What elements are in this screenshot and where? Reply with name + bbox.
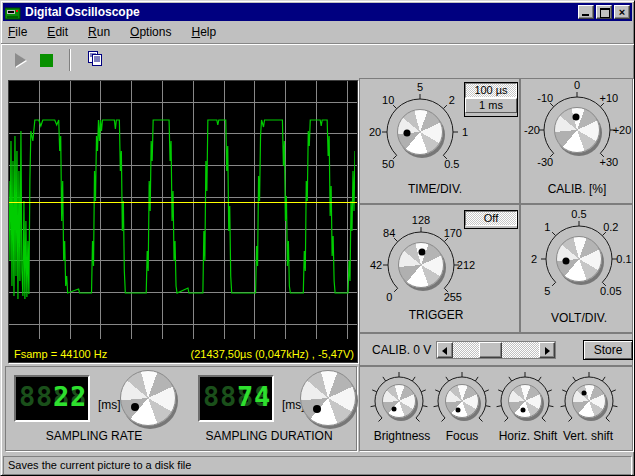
knob-scale-label: 2 [531,253,537,265]
led-digit: 87 [237,379,252,414]
right-arrow-icon [545,347,550,355]
knob-scale-label: 20 [369,126,381,138]
knob-face[interactable] [445,384,479,418]
knob-scale-label: +30 [599,156,618,168]
left-arrow-icon [442,347,447,355]
knob-scale-label: 0.1 [616,253,631,265]
knob-indicator-dot [456,407,461,412]
scrollbar-right-button[interactable] [539,342,555,358]
sampling-duration-display: 888784 [198,375,274,422]
menu-edit[interactable]: Edit [47,25,68,39]
vertical-shift-caption: Vert. shift [563,429,613,443]
knob-scale-label: 128 [412,214,430,226]
copy-icon[interactable] [86,50,103,71]
knob-scale-label: 1 [544,221,550,233]
app-window: Digital Oscilloscope × File Edit Run Opt… [0,0,635,476]
trigger-off-button[interactable]: Off [465,211,517,226]
knob-scale-label: 0.2 [603,221,618,233]
knob-face[interactable] [382,384,416,418]
timebase-buttons: 100 µs 1 ms [464,82,518,117]
led-digit: 8 [36,379,51,414]
scope-status-row: Fsamp = 44100 Hz (21437,50µs (0,047kHz) … [14,348,354,360]
toolbar-separator [69,49,70,71]
calib-percent-group: -30-20-100+10+20+30 CALIB. [%] [520,78,633,204]
waveform-trace [9,81,355,341]
knob-scale-label: 0.05 [600,285,621,297]
timediv-caption: TIME/DIV. [408,182,462,196]
trigger-caption: TRIGGER [409,308,464,322]
minimize-icon [582,14,589,16]
knob-face[interactable] [300,370,356,426]
scrollbar-thumb[interactable] [479,342,502,358]
voltdiv-caption: VOLT/DIV. [551,311,607,325]
knob-indicator-dot [131,403,139,411]
sampling-duration-caption: SAMPLING DURATION [205,429,332,443]
timebase-1ms-button[interactable]: 1 ms [465,98,517,113]
timebase-100us-button[interactable]: 100 µs [465,83,517,98]
led-digit: 8 [220,379,235,414]
toolbar [1,44,634,76]
knob-indicator-dot [313,405,321,413]
play-icon[interactable] [15,53,26,67]
led-digit: 8 [19,379,34,414]
knob-scale-label: 1 [462,126,468,138]
knob-face[interactable] [120,370,176,426]
sampling-panel: 888282 [ms] SAMPLING RATE 888784 [ms] SA… [5,366,357,451]
trigger-level-line [9,202,357,203]
knob-scale-label: 0 [574,79,580,91]
knob-scale-label: 5 [417,81,423,93]
app-icon [5,6,21,19]
knob-scale-label: 0 [386,291,392,303]
stop-icon[interactable] [40,54,53,67]
led-digit: 82 [70,379,85,414]
knob-scale-label: 42 [370,259,382,271]
knob-scale-label: 255 [444,291,462,303]
knob-scale-label: -30 [537,156,553,168]
knob-scale-label: 2 [449,94,455,106]
knob-scale-label: 0.5 [444,158,459,170]
close-icon: × [615,6,629,18]
knob-indicator-dot [581,391,586,396]
knob-scale-label: 5 [544,285,550,297]
timediv-group: 5020105210.5 TIME/DIV. 100 µs 1 ms [359,78,520,204]
menu-run[interactable]: Run [88,25,110,39]
knob-indicator-dot [563,257,570,264]
calib-percent-caption: CALIB. [%] [548,182,607,196]
knob-indicator-dot [572,114,579,121]
scope-display[interactable]: Fsamp = 44100 Hz (21437,50µs (0,047kHz) … [8,80,358,363]
trigger-off-container: Off [464,210,518,229]
knob-scale-label: 50 [382,158,394,170]
status-bar: Saves the current picture to a disk file [3,456,632,476]
maximize-button[interactable] [596,5,612,19]
window-title: Digital Oscilloscope [25,5,574,19]
led-digit: 84 [254,379,269,414]
trigger-group: 04284128170212255 TRIGGER Off [359,204,520,333]
knob-face[interactable] [508,384,542,418]
knob-indicator-dot [418,249,425,256]
scrollbar-left-button[interactable] [437,342,453,358]
scrollbar-track[interactable] [453,342,539,358]
menu-help[interactable]: Help [191,25,216,39]
sampling-rate-display: 888282 [14,375,90,422]
knob-scale-label: +10 [599,92,618,104]
menu-bar: File Edit Run Options Help [1,21,634,44]
display-controls-panel: Brightness Focus Horiz. Shift Vert. shif… [359,366,633,451]
maximize-icon [600,8,610,18]
knob-scale-label: 212 [457,259,475,271]
store-button[interactable]: Store [583,340,633,360]
fsamp-readout: Fsamp = 44100 Hz [14,348,107,360]
knob-scale-label: 0.5 [571,208,586,220]
knob-scale-label: 84 [383,227,395,239]
knob-scale-label: -20 [524,124,540,136]
focus-caption: Focus [446,429,479,443]
close-button[interactable]: × [614,5,630,19]
menu-file[interactable]: File [8,25,27,39]
knob-indicator-dot [404,129,411,136]
sampling-rate-caption: SAMPLING RATE [46,429,142,443]
knob-face[interactable] [572,384,606,418]
menu-options[interactable]: Options [130,25,171,39]
minimize-button[interactable] [578,5,594,19]
voltdiv-group: 5210.50.20.10.05 VOLT/DIV. [520,204,633,333]
cursor-readout: (21437,50µs (0,047kHz) , -5,47V) [191,348,354,360]
calib-scrollbar [436,341,556,359]
